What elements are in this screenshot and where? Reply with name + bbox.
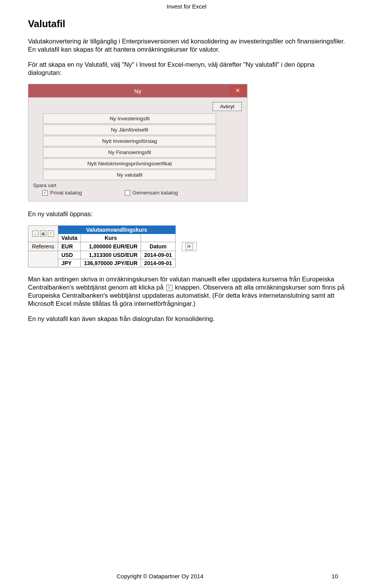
checkbox-shared-box (125, 190, 130, 196)
page-header: Invest for Excel (0, 0, 373, 11)
currency-table: ⌂ 🖶 ! Valutaomvandlingskurs Valuta Kurs … (28, 225, 197, 268)
col-valuta: Valuta (58, 234, 81, 242)
checkbox-private-box: ✓ (42, 190, 48, 196)
col-datum-blank (141, 234, 176, 242)
option-nytt-investeringsforslag[interactable]: Nytt Investeringsförslag (43, 136, 216, 146)
table-row: USD 1,313300 USD/EUR 2014-09-01 (28, 251, 197, 259)
dialog-top-row: Avbryt (32, 101, 243, 113)
close-button[interactable]: ✕ (230, 86, 246, 95)
cell-valuta: USD (58, 251, 81, 259)
inline-exclaim-icon: ! (166, 285, 173, 291)
home-icon[interactable]: ⌂ (32, 231, 38, 237)
checkbox-private[interactable]: ✓ Privat katalog (42, 190, 82, 196)
cell-kurs: 1,000000 EUR/EUR (81, 242, 141, 251)
blank-left (28, 259, 58, 267)
cell-valuta: JPY (58, 259, 81, 267)
option-list: Ny Investeringsfil Ny Jämförelsefil Nytt… (32, 113, 243, 180)
paragraph-5: En ny valutafil kan även skapas från dia… (28, 315, 345, 323)
paragraph-3: En ny valutafil öppnas: (28, 210, 345, 218)
cell-kurs: 1,313300 USD/EUR (81, 251, 141, 259)
cell-datum: 2014-09-01 (141, 251, 176, 259)
print-icon[interactable]: 🖶 (40, 231, 46, 237)
dialog-ny: Ny ✕ Avbryt Ny Investeringsfil Ny Jämför… (28, 84, 248, 201)
footer-copyright: Copyright © Datapartner Oy 2014 (117, 573, 204, 579)
col-datum: Datum (141, 242, 176, 251)
page-footer: Copyright © Datapartner Oy 2014 10 (0, 573, 373, 579)
header-title: Invest for Excel (167, 3, 207, 10)
close-icon: ✕ (235, 87, 240, 94)
paragraph-1: Valutakonvertering är tillgänglig i Ente… (28, 37, 345, 54)
save-row: ✓ Privat katalog Gemensam katalog (33, 188, 243, 196)
cell-datum: 2014-09-01 (141, 259, 176, 267)
checkbox-private-label: Privat katalog (50, 190, 82, 196)
option-ny-valutafil[interactable]: Ny valutafil (43, 170, 216, 180)
dialog-body: Avbryt Ny Investeringsfil Ny Jämförelsef… (28, 97, 247, 201)
content: Valutafil Valutakonvertering är tillgäng… (0, 11, 373, 323)
cell-valuta: EUR (58, 242, 81, 251)
save-label: Spara vart (33, 182, 243, 188)
col-kurs: Kurs (81, 234, 141, 242)
refresh-cell: ⟳ (182, 242, 196, 251)
paragraph-2: För att skapa en ny Valutafil, välj "Ny"… (28, 61, 345, 77)
checkbox-shared[interactable]: Gemensam katalog (125, 190, 178, 196)
save-section: Spara vart ✓ Privat katalog Gemensam kat… (32, 182, 243, 196)
section-heading: Valutafil (28, 18, 345, 29)
option-ny-jamforelsefil[interactable]: Ny Jämförelsefil (43, 125, 216, 135)
paragraph-4: Man kan antingen skriva in omräkningskur… (28, 275, 345, 308)
toolbar-cell: ⌂ 🖶 ! (28, 225, 58, 242)
footer-page-number: 10 (331, 573, 338, 579)
option-ny-investeringsfil[interactable]: Ny Investeringsfil (43, 113, 216, 124)
table-row: Referens EUR 1,000000 EUR/EUR Datum ⟳ (28, 242, 197, 251)
refresh-icon[interactable]: ⟳ (185, 243, 193, 250)
dialog-title: Ny (134, 88, 141, 94)
option-nytt-nedskrivningsprovningsverifikat[interactable]: Nytt Nedskrivningsprövningsverifikat (43, 158, 216, 169)
checkbox-shared-label: Gemensam katalog (132, 190, 178, 196)
exclaim-icon[interactable]: ! (48, 231, 54, 237)
cancel-button[interactable]: Avbryt (213, 102, 242, 111)
blank-left (28, 251, 58, 259)
cell-kurs: 136,970000 JPY/EUR (81, 259, 141, 267)
table-row: JPY 136,970000 JPY/EUR 2014-09-01 (28, 259, 197, 267)
table-main-header: Valutaomvandlingskurs (58, 225, 176, 234)
option-ny-finansieringsfil[interactable]: Ny Finansieringsfil (43, 147, 216, 158)
referens-label: Referens (28, 242, 58, 251)
dialog-titlebar: Ny ✕ (28, 84, 247, 97)
